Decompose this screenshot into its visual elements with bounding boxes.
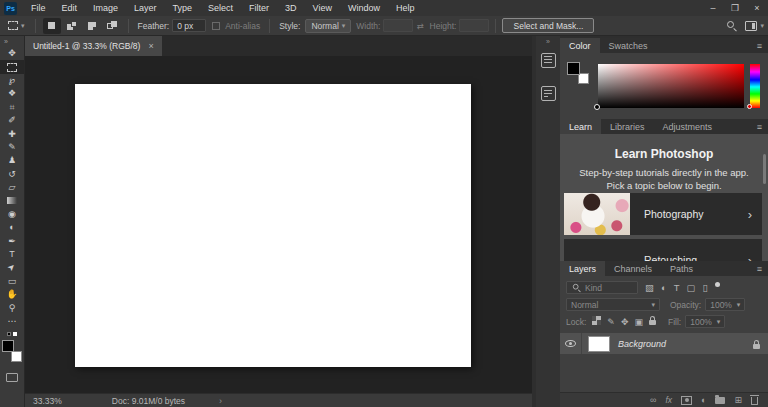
tab-adjustments[interactable]: Adjustments (654, 119, 722, 134)
layer-effects-icon[interactable]: fx (665, 396, 672, 405)
lock-all-icon[interactable] (649, 317, 656, 327)
layer-thumbnail[interactable] (588, 336, 610, 352)
fill-input[interactable]: 100% ▾ (685, 315, 725, 328)
tool-eyedropper[interactable]: ✐ (0, 114, 24, 127)
tool-rectangle[interactable]: ▭ (0, 275, 24, 288)
menu-3d[interactable]: 3D (277, 0, 305, 16)
lock-position-icon[interactable]: ✥ (621, 317, 629, 327)
learn-card-retouching[interactable]: Retouching › (564, 239, 762, 261)
hue-slider-handle[interactable] (747, 104, 752, 109)
document-canvas[interactable] (75, 84, 471, 367)
filter-adjustment-layers-icon[interactable]: ◐ (661, 282, 667, 293)
lock-pixels-icon[interactable]: ✎ (607, 317, 615, 327)
lock-artboard-icon[interactable]: ▣ (634, 317, 643, 327)
menu-window[interactable]: Window (340, 0, 388, 16)
tool-path-selection[interactable]: ➤ (0, 261, 24, 274)
edit-toolbar-button[interactable]: ⋯ (0, 315, 24, 328)
search-icon[interactable] (726, 20, 737, 31)
foreground-color-swatch[interactable] (2, 340, 14, 352)
filter-smart-objects-icon[interactable]: ▯ (703, 282, 708, 293)
layer-visibility-toggle[interactable] (560, 333, 582, 354)
tool-gradient[interactable] (0, 194, 24, 207)
close-tab-icon[interactable]: × (148, 41, 153, 51)
filter-toggle-icon[interactable] (715, 282, 720, 287)
tab-layers[interactable]: Layers (560, 261, 605, 276)
workspace-switcher-icon[interactable] (745, 21, 757, 31)
height-input[interactable] (459, 19, 489, 32)
document-tab[interactable]: Untitled-1 @ 33.3% (RGB/8) × (25, 36, 162, 56)
intersect-selection-button[interactable] (103, 18, 121, 34)
add-to-selection-button[interactable] (63, 18, 81, 34)
menu-help[interactable]: Help (388, 0, 423, 16)
history-panel-icon[interactable] (541, 53, 556, 68)
select-and-mask-button[interactable]: Select and Mask... (502, 18, 594, 33)
tool-zoom[interactable]: ⚲ (0, 301, 24, 314)
menu-edit[interactable]: Edit (54, 0, 86, 16)
menu-layer[interactable]: Layer (126, 0, 165, 16)
close-button[interactable]: × (746, 0, 768, 16)
tool-move[interactable]: ✥ (0, 47, 24, 60)
menu-image[interactable]: Image (85, 0, 126, 16)
link-layers-icon[interactable]: ∞ (650, 396, 656, 405)
add-adjustment-layer-icon[interactable]: ◐ (701, 396, 706, 405)
scrollbar[interactable] (763, 154, 766, 184)
zoom-level[interactable]: 33.33% (25, 396, 70, 406)
panel-menu-icon[interactable]: ≡ (751, 119, 768, 134)
lock-transparency-icon[interactable] (592, 316, 601, 327)
expand-panels-icon[interactable]: » (546, 38, 550, 45)
menu-select[interactable]: Select (200, 0, 241, 16)
tab-swatches[interactable]: Swatches (600, 38, 657, 53)
tool-history-brush[interactable]: ↺ (0, 168, 24, 181)
blend-mode-select[interactable]: Normal ▾ (566, 298, 660, 311)
tool-quick-selection[interactable]: ❖ (0, 87, 24, 100)
filter-shape-layers-icon[interactable]: ▢ (687, 282, 696, 293)
saturation-brightness-field[interactable] (598, 64, 744, 108)
tool-rectangular-marquee[interactable] (0, 60, 24, 73)
filter-type-layers-icon[interactable]: T (674, 282, 680, 293)
tool-brush[interactable]: ✎ (0, 141, 24, 154)
antialias-checkbox[interactable] (212, 22, 220, 30)
feather-input[interactable]: 0 px (172, 19, 206, 32)
tool-type[interactable]: T (0, 248, 24, 261)
new-selection-button[interactable] (43, 18, 61, 34)
filter-pixel-layers-icon[interactable]: ▨ (645, 282, 654, 293)
panel-menu-icon[interactable]: ≡ (751, 38, 768, 53)
foreground-color-swatch[interactable] (567, 62, 580, 75)
new-group-icon[interactable] (715, 397, 725, 404)
background-color-swatch[interactable] (11, 351, 22, 362)
delete-layer-icon[interactable] (751, 395, 758, 405)
comments-panel-icon[interactable] (541, 86, 556, 101)
tab-learn[interactable]: Learn (560, 119, 601, 134)
menu-view[interactable]: View (305, 0, 340, 16)
learn-card-photography[interactable]: Photography › (564, 193, 762, 235)
quick-mask-button[interactable] (6, 373, 18, 382)
tool-blur[interactable]: ◉ (0, 208, 24, 221)
tab-paths[interactable]: Paths (661, 261, 702, 276)
panel-menu-icon[interactable]: ≡ (751, 261, 768, 276)
restore-button[interactable]: ❐ (724, 0, 746, 16)
opacity-input[interactable]: 100% ▾ (705, 298, 745, 311)
layer-row-background[interactable]: Background (560, 333, 768, 354)
tool-dodge[interactable]: ◐ (0, 221, 24, 234)
swap-dimensions-icon[interactable]: ⇄ (416, 21, 423, 31)
menu-filter[interactable]: Filter (241, 0, 277, 16)
tool-clone-stamp[interactable]: ♟ (0, 154, 24, 167)
subtract-from-selection-button[interactable] (83, 18, 101, 34)
status-options-chevron-icon[interactable]: › (219, 396, 222, 406)
filter-kind-select[interactable]: Kind (566, 281, 638, 294)
tab-channels[interactable]: Channels (605, 261, 661, 276)
tab-color[interactable]: Color (560, 38, 600, 53)
color-picker-handle[interactable] (594, 104, 600, 110)
menu-type[interactable]: Type (165, 0, 201, 16)
minimize-button[interactable]: – (702, 0, 724, 16)
menu-file[interactable]: File (23, 0, 54, 16)
tool-crop[interactable]: ⌗ (0, 101, 24, 114)
tool-spot-healing-brush[interactable]: ✚ (0, 127, 24, 140)
collapse-toolbar-icon[interactable]: » (4, 38, 8, 45)
style-select[interactable]: Normal ▾ (305, 19, 351, 33)
tool-eraser[interactable]: ▱ (0, 181, 24, 194)
tool-hand[interactable]: ✋ (0, 288, 24, 301)
tab-libraries[interactable]: Libraries (601, 119, 654, 134)
tool-preset-dropdown[interactable]: ▾ (4, 21, 29, 30)
new-layer-icon[interactable]: ⊞ (734, 396, 742, 405)
